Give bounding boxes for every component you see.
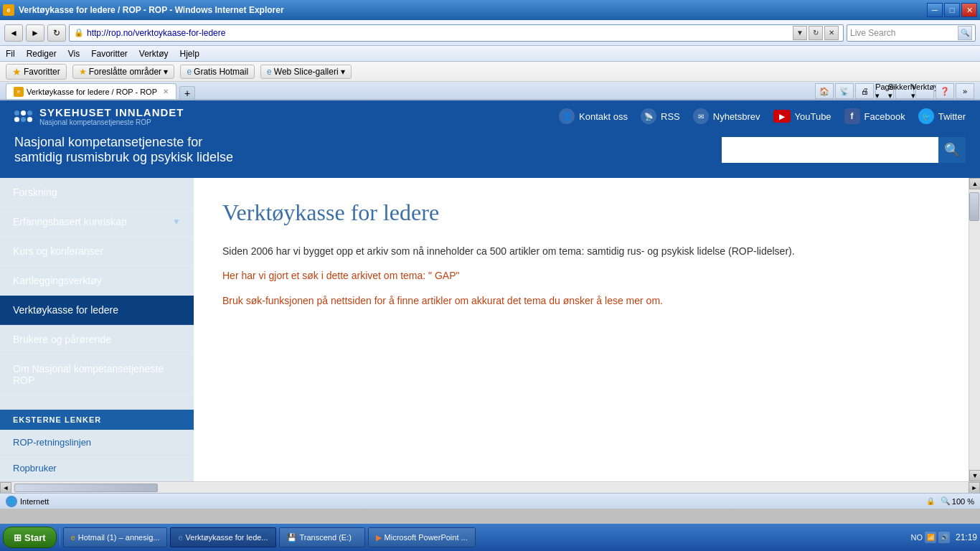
print-button[interactable]: 🖨 xyxy=(855,83,874,99)
search-button[interactable]: 🔍 xyxy=(958,26,972,40)
nav-forskning[interactable]: Forskning xyxy=(0,178,194,207)
rss-label: RSS xyxy=(661,111,680,122)
facebook-icon: f xyxy=(844,108,860,124)
tab-tools: 🏠 📡 🖨 Page ▾ Sikkerhet ▾ Verktøy ▾ ❓ » xyxy=(815,83,974,99)
search-bar[interactable]: Live Search 🔍 xyxy=(847,24,976,42)
h-scroll-thumb[interactable] xyxy=(14,484,158,492)
clock: 21:19 xyxy=(954,532,977,542)
tab-bar: e Verktøykasse for ledere / ROP - ROP ✕ … xyxy=(0,82,980,100)
nyhetsbrev-label: Nyhetsbrev xyxy=(713,111,760,122)
menu-favoritter[interactable]: Favoritter xyxy=(91,49,128,59)
twitter-link[interactable]: 🐦 Twitter xyxy=(918,108,966,124)
dot-3 xyxy=(27,110,32,116)
fav-icon-2: e xyxy=(267,67,272,77)
taskbar-separator-0 xyxy=(60,529,60,546)
menu-hjelp[interactable]: Hjelp xyxy=(180,49,199,59)
expand-button[interactable]: » xyxy=(956,83,974,99)
ext-links-header: EKSTERNE LENKER xyxy=(0,410,194,430)
youtube-link[interactable]: ▶ YouTube xyxy=(773,110,831,123)
nav-verktoy[interactable]: Verktøykasse for ledere xyxy=(0,296,194,325)
title-bar: e Verktøykasse for ledere / ROP - ROP - … xyxy=(0,0,980,20)
favorites-label: Favoritter xyxy=(24,67,60,77)
nyhetsbrev-icon: ✉ xyxy=(693,108,709,124)
ext-link-0[interactable]: ROP-retningslinjen xyxy=(0,430,194,456)
window-controls[interactable]: ─ □ ✕ xyxy=(927,3,977,17)
kontakt-oss-link[interactable]: 👤 Kontakt oss xyxy=(559,108,628,124)
new-tab-button[interactable]: + xyxy=(179,86,195,99)
refresh-button[interactable]: ↻ xyxy=(47,24,66,42)
menu-fil[interactable]: Fil xyxy=(6,49,15,59)
forward-button[interactable]: ► xyxy=(26,24,44,42)
rss-link[interactable]: 📡 RSS xyxy=(641,108,680,124)
logo-subtitle: Nasjonal kompetansetjeneste ROP xyxy=(39,118,184,126)
favorites-button[interactable]: ★ Favoritter xyxy=(6,64,67,80)
nav-erfaringsbasert[interactable]: Erfaringsbasert kunnskap ▼ xyxy=(0,207,194,237)
status-bar: 🌐 Internett 🔒 🔍 100 % xyxy=(0,493,980,509)
tools-button[interactable]: Verktøy ▾ xyxy=(915,83,934,99)
status-text: Internett xyxy=(20,497,49,506)
h-scroll-left-arrow[interactable]: ◄ xyxy=(0,482,11,494)
address-bar[interactable]: 🔒 http://rop.no/verktoykaase-for-ledere … xyxy=(69,24,844,42)
taskbar-label-0: Hotmail (1) – annesig... xyxy=(78,533,160,542)
h-scroll-right-arrow[interactable]: ► xyxy=(969,482,980,494)
back-button[interactable]: ◄ xyxy=(4,24,23,42)
start-button[interactable]: ⊞ Start xyxy=(3,527,57,548)
taskbar-label-2: Transcend (E:) xyxy=(300,533,352,542)
facebook-link[interactable]: f Facebook xyxy=(844,108,905,124)
fav-item-2[interactable]: e Web Slice-galleri ▾ xyxy=(260,65,352,79)
scroll-thumb[interactable] xyxy=(969,192,979,221)
tagline-line2: samtidig rusmisbruk og psykisk lidelse xyxy=(14,150,233,165)
refresh-addr-button[interactable]: ↻ xyxy=(809,26,823,40)
horizontal-scrollbar[interactable]: ◄ ► xyxy=(0,481,980,493)
header-search-input[interactable] xyxy=(722,144,938,156)
menu-verktoy[interactable]: Verktøy xyxy=(139,49,169,59)
home-button[interactable]: 🏠 xyxy=(815,83,834,99)
minimize-button[interactable]: ─ xyxy=(927,3,943,17)
kontakt-icon: 👤 xyxy=(559,108,575,124)
tray-icons: NO 📶 🔊 xyxy=(911,532,951,543)
close-button[interactable]: ✕ xyxy=(961,3,977,17)
h-scroll-track[interactable] xyxy=(11,483,969,493)
menu-rediger[interactable]: Rediger xyxy=(27,49,57,59)
site-header-top: SYKEHUSET INNLANDET Nasjonal kompetanset… xyxy=(0,100,980,178)
youtube-icon: ▶ xyxy=(773,110,791,123)
globe-icon: 🌐 xyxy=(6,496,17,507)
tab-favicon: e xyxy=(14,87,24,97)
kontakt-label: Kontakt oss xyxy=(579,111,628,122)
header-search-box[interactable]: 🔍 xyxy=(722,137,966,163)
fav-item-0[interactable]: ★ Foreslåtte områder ▾ xyxy=(72,65,175,79)
help-tab-button[interactable]: ❓ xyxy=(936,83,954,99)
address-dropdown-button[interactable]: ▼ xyxy=(793,26,807,40)
taskbar-item-2[interactable]: 💾 Transcend (E:) xyxy=(279,527,365,547)
nav-kurs[interactable]: Kurs og konferanser xyxy=(0,237,194,266)
nav-brukere[interactable]: Brukere og pårørende xyxy=(0,325,194,354)
stop-addr-button[interactable]: ✕ xyxy=(824,26,839,40)
content-paragraph-1: Siden 2006 har vi bygget opp et arkiv so… xyxy=(222,243,940,259)
taskbar: ⊞ Start e Hotmail (1) – annesig... e Ver… xyxy=(0,524,980,551)
active-tab[interactable]: e Verktøykasse for ledere / ROP - ROP ✕ xyxy=(6,83,176,99)
taskbar-item-1[interactable]: e Verktøykasse for lede... xyxy=(170,527,275,547)
page-scrollbar[interactable]: ▲ ▼ xyxy=(969,178,980,481)
taskbar-item-0[interactable]: e Hotmail (1) – annesig... xyxy=(63,527,168,547)
scroll-up-arrow[interactable]: ▲ xyxy=(969,178,980,189)
nav-kartlegging[interactable]: Kartleggingsverktøy xyxy=(0,266,194,296)
taskbar-label-1: Verktøykasse for lede... xyxy=(186,533,268,542)
tab-close-icon[interactable]: ✕ xyxy=(163,88,169,95)
taskbar-item-3[interactable]: ▶ Microsoft PowerPoint ... xyxy=(368,527,476,547)
locale-indicator: NO xyxy=(911,533,923,542)
scroll-down-arrow[interactable]: ▼ xyxy=(969,470,980,481)
status-right: 🔒 🔍 100 % xyxy=(926,496,974,506)
maximize-button[interactable]: □ xyxy=(944,3,960,17)
scroll-track[interactable] xyxy=(969,189,980,470)
menu-vis[interactable]: Vis xyxy=(68,49,80,59)
url-text: http://rop.no/verktoykaase-for-ledere xyxy=(87,28,793,38)
zoom-level: 🔍 100 % xyxy=(941,496,974,506)
ext-link-1[interactable]: Ropbruker xyxy=(0,456,194,481)
nyhetsbrev-link[interactable]: ✉ Nyhetsbrev xyxy=(693,108,760,124)
header-search-button[interactable]: 🔍 xyxy=(938,137,966,163)
feeds-button[interactable]: 📡 xyxy=(835,83,854,99)
content-link-2[interactable]: Bruk søk-funksjonen på nettsiden for å f… xyxy=(222,293,940,309)
content-link-1[interactable]: Her har vi gjort et søk i dette arkivet … xyxy=(222,268,940,283)
nav-om[interactable]: Om Nasjonal kompetansetjeneste ROP xyxy=(0,354,194,395)
fav-item-1[interactable]: e Gratis Hotmail xyxy=(180,65,255,79)
